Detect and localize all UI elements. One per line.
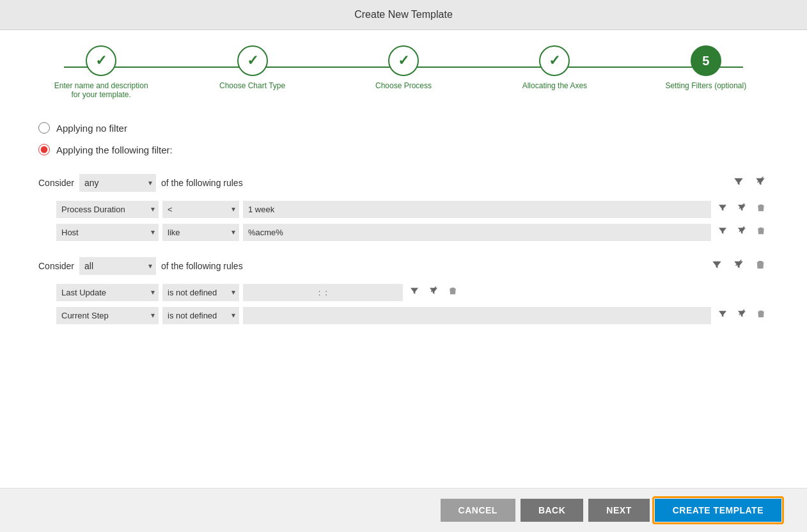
filter-icon-2 (711, 259, 723, 270)
consider-select-1[interactable]: any all (79, 174, 156, 192)
page-title: Create New Template (354, 9, 453, 20)
filter-icon-1-1 (717, 203, 728, 213)
rule-field-select-2-2[interactable]: Process Duration Host Last Update Curren… (56, 307, 159, 324)
filter-icon-2-2 (717, 309, 728, 319)
rule-field-wrapper-1-2: Process Duration Host Last Update Curren… (56, 224, 159, 241)
rule-op-select-2-2[interactable]: < > = like is not defined (162, 307, 239, 324)
rule-op-select-1-1[interactable]: < > = like is not defined (162, 201, 239, 218)
no-filter-radio[interactable] (38, 122, 50, 134)
stepper: ✓ Enter name and description for your te… (0, 30, 807, 109)
step-1: ✓ Enter name and description for your te… (26, 45, 176, 99)
step-2-circle: ✓ (237, 45, 268, 76)
consider-row-2: Consider any all of the following rules (38, 256, 769, 276)
group1-filter-x-btn[interactable] (752, 173, 769, 192)
rule-op-wrapper-2-1: < > = like is not defined (162, 284, 239, 301)
rule-1-1-filter-btn[interactable] (715, 200, 730, 218)
step-1-circle: ✓ (86, 45, 116, 76)
filter-x-icon-2 (733, 259, 744, 270)
next-button[interactable]: NEXT (588, 499, 649, 522)
page-container: Create New Template ✓ Enter name and des… (0, 0, 807, 532)
rule-op-wrapper-1-2: < > = like is not defined (162, 224, 239, 241)
create-template-button[interactable]: CREATE TEMPLATE (655, 499, 781, 522)
rule-2-1-delete-btn[interactable] (445, 283, 460, 301)
group2-delete-btn[interactable] (752, 256, 769, 276)
filter-x-icon-1-1 (737, 203, 747, 213)
step-3-checkmark: ✓ (398, 52, 409, 69)
rule-op-wrapper-1-1: < > = like is not defined (162, 201, 239, 218)
step-2-label: Choose Chart Type (219, 81, 285, 90)
back-button[interactable]: BACK (521, 499, 583, 522)
group2-filter-x-btn[interactable] (730, 256, 747, 276)
rule-field-select-1-1[interactable]: Process Duration Host Last Update Curren… (56, 201, 159, 218)
rule-row-2-2: Process Duration Host Last Update Curren… (56, 306, 769, 324)
rule-2-1-filter-x-btn[interactable] (426, 283, 441, 301)
rule-field-wrapper-1-1: Process Duration Host Last Update Curren… (56, 201, 159, 218)
consider-select-wrapper-1: any all (79, 174, 156, 192)
filter-group-1: Consider any all of the following rules (38, 173, 769, 241)
with-filter-option: Applying the following filter: (38, 144, 769, 155)
step-5: 5 Setting Filters (optional) (631, 45, 781, 90)
trash-icon-2 (755, 259, 766, 270)
rule-op-select-1-2[interactable]: < > = like is not defined (162, 224, 239, 241)
no-filter-label: Applying no filter (56, 123, 127, 134)
filter-icon-1-2 (717, 226, 728, 236)
step-5-circle: 5 (691, 45, 721, 76)
step-5-label: Setting Filters (optional) (665, 81, 746, 90)
group2-filter-btn[interactable] (709, 256, 725, 276)
rule-1-2-filter-x-btn[interactable] (734, 223, 749, 241)
filter-x-icon-2-1 (428, 286, 439, 296)
rule-2-2-filter-btn[interactable] (715, 306, 730, 324)
rule-1-1-filter-x-btn[interactable] (734, 200, 749, 218)
rule-field-wrapper-2-2: Process Duration Host Last Update Curren… (56, 307, 159, 324)
rule-row-1-2: Process Duration Host Last Update Curren… (56, 223, 769, 241)
footer: CANCEL BACK NEXT CREATE TEMPLATE (0, 488, 807, 532)
rule-value-input-1-2[interactable] (243, 224, 711, 241)
rule-value-input-1-1[interactable] (243, 201, 711, 218)
modal-header: Create New Template (0, 0, 807, 30)
step-5-number: 5 (702, 54, 709, 68)
rule-field-select-1-2[interactable]: Process Duration Host Last Update Curren… (56, 224, 159, 241)
cancel-button[interactable]: CANCEL (441, 499, 515, 522)
rule-op-select-2-1[interactable]: < > = like is not defined (162, 284, 239, 301)
rule-value-time-2-1[interactable] (243, 284, 403, 301)
trash-icon-2-1 (448, 286, 458, 296)
rule-value-input-2-2[interactable] (243, 307, 711, 324)
step-3-circle: ✓ (388, 45, 419, 76)
step-2-checkmark: ✓ (247, 52, 258, 69)
step-2: ✓ Choose Chart Type (176, 45, 327, 90)
consider-select-2[interactable]: any all (79, 257, 156, 275)
with-filter-radio[interactable] (38, 144, 50, 155)
filter-group-2: Consider any all of the following rules (38, 256, 769, 324)
rule-2-2-filter-x-btn[interactable] (734, 306, 749, 324)
rule-2-2-delete-btn[interactable] (753, 306, 769, 324)
create-template-wrapper: CREATE TEMPLATE (655, 499, 781, 522)
trash-icon-2-2 (756, 309, 766, 319)
consider-label-2: Consider (38, 261, 74, 271)
rule-op-wrapper-2-2: < > = like is not defined (162, 307, 239, 324)
group1-filter-btn[interactable] (730, 173, 747, 192)
with-filter-label: Applying the following filter: (56, 145, 173, 155)
of-following-label-2: of the following rules (161, 261, 243, 271)
rule-row-1-1: Process Duration Host Last Update Curren… (56, 200, 769, 218)
rule-1-2-delete-btn[interactable] (753, 223, 769, 241)
rule-1-1-delete-btn[interactable] (753, 200, 769, 218)
of-following-label-1: of the following rules (161, 178, 243, 188)
rule-field-select-2-1[interactable]: Process Duration Host Last Update Curren… (56, 284, 159, 301)
no-filter-option: Applying no filter (38, 122, 769, 134)
consider-row-1: Consider any all of the following rules (38, 173, 769, 192)
filter-x-icon-1-2 (737, 226, 747, 236)
step-4-label: Allocating the Axes (522, 81, 587, 90)
radio-group: Applying no filter Applying the followin… (38, 122, 769, 155)
rule-field-wrapper-2-1: Process Duration Host Last Update Curren… (56, 284, 159, 301)
step-4: ✓ Allocating the Axes (479, 45, 630, 90)
rule-1-2-filter-btn[interactable] (715, 223, 730, 241)
rule-2-1-filter-btn[interactable] (407, 283, 422, 301)
consider-select-wrapper-2: any all (79, 257, 156, 275)
content-area: Applying no filter Applying the followin… (0, 109, 807, 488)
trash-icon-1-2 (756, 226, 766, 236)
step-3: ✓ Choose Process (328, 45, 479, 90)
filter-icon-2-1 (409, 286, 419, 296)
filter-x-icon-1 (755, 176, 766, 187)
trash-icon-1-1 (756, 203, 766, 213)
step-1-label: Enter name and description for your temp… (50, 81, 152, 99)
